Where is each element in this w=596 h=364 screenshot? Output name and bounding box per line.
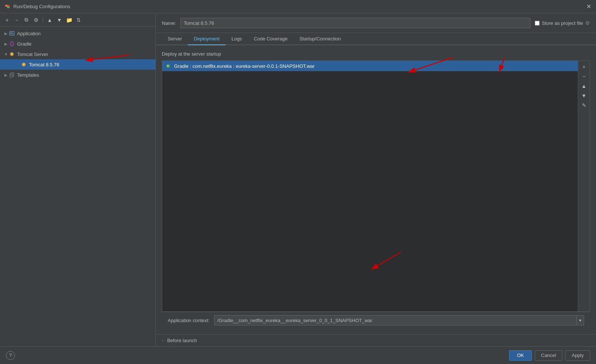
label-application: Application [17,31,41,36]
folder-button[interactable]: 📁 [65,16,73,24]
deployment-section-title: Deploy at the server startup [162,51,590,57]
before-launch-arrow: − [162,338,164,343]
store-as-project-settings-icon: ⚙ [585,20,590,26]
close-button[interactable]: ✕ [586,4,592,10]
icon-templates [9,72,15,78]
deployment-side-buttons: + − ▲ ▼ ✎ [578,61,590,311]
deployment-area: Gradle : com.netflix.eureka : eureka-ser… [162,60,590,312]
icon-application [9,30,15,36]
help-button[interactable]: ? [6,351,15,360]
settings-config-button[interactable]: ⚙ [32,16,40,24]
dialog-title: Run/Debug Configurations [13,4,586,9]
copy-config-button[interactable]: ⧉ [22,16,30,24]
ok-button[interactable]: OK [509,350,532,361]
store-as-project-checkbox[interactable] [535,21,540,26]
deployment-item-row[interactable]: Gradle : com.netflix.eureka : eureka-ser… [162,61,578,71]
bottom-left: ? [6,351,15,360]
context-input-wrapper: ▼ [214,315,584,325]
tabs: Server Deployment Logs Code Coverage Sta… [156,33,596,45]
deployment-tab-content: Deploy at the server startup Gradle : co… [156,45,596,334]
move-up-button[interactable]: ▲ [46,16,54,24]
title-bar: Run/Debug Configurations ✕ [0,0,596,13]
tab-server[interactable]: Server [162,33,188,45]
store-as-project-label: Store as project file [542,20,583,26]
svg-text:T: T [23,64,24,66]
arrow-application: ▶ [3,30,9,36]
remove-config-button[interactable]: − [13,16,21,24]
svg-rect-4 [10,32,12,33]
context-label: Application context: [168,318,210,323]
label-tomcat-8576: Tomcat 8.5.76 [29,62,59,67]
svg-text:T: T [11,53,13,56]
application-context-row: Application context: ▼ [162,312,590,328]
left-panel: + − ⧉ ⚙ ▲ ▼ 📁 ⇅ ▶ [0,13,156,346]
name-row: Name: Store as project file ⚙ [156,13,596,33]
arrow-gradle: ▶ [3,41,9,47]
left-toolbar: + − ⧉ ⚙ ▲ ▼ 📁 ⇅ [0,13,155,27]
before-launch-section[interactable]: − Before launch [156,334,596,346]
tab-logs[interactable]: Logs [226,33,248,45]
tab-code-coverage[interactable]: Code Coverage [248,33,294,45]
bottom-bar: ? OK Cancel Apply [0,346,596,364]
tree-item-templates[interactable]: ▶ Templates [0,70,155,80]
cancel-button[interactable]: Cancel [535,350,562,361]
store-as-project: Store as project file ⚙ [535,20,590,26]
apply-button[interactable]: Apply [565,350,590,361]
add-deployment-button[interactable]: + [580,62,589,71]
name-label: Name: [162,20,176,26]
name-input[interactable] [180,18,530,28]
arrow-templates: ▶ [3,72,9,78]
deployment-item-icon [165,63,171,69]
deployment-item-label: Gradle : com.netflix.eureka : eureka-ser… [174,63,315,69]
tree-item-gradle[interactable]: ▶ Gradle [0,39,155,49]
right-panel: Name: Store as project file ⚙ Server Dep… [156,13,596,346]
arrow-tomcat-server: ▼ [3,51,9,57]
remove-deployment-button[interactable]: − [580,72,589,81]
move-down-button[interactable]: ▼ [55,16,63,24]
icon-gradle [9,41,15,47]
tree-item-tomcat-server[interactable]: ▼ T Tomcat Server [0,49,155,59]
toolbar-separator-1 [43,17,43,23]
icon-tomcat-8576: T [21,62,27,67]
svg-point-2 [8,5,10,6]
tab-startup-connection[interactable]: Startup/Connection [294,33,347,45]
dialog-icon [4,4,10,10]
tree-item-application[interactable]: ▶ Application [0,28,155,39]
label-gradle: Gradle [17,41,32,47]
tree-item-tomcat-8576[interactable]: ▶ T Tomcat 8.5.76 [0,59,155,70]
move-down-deployment-button[interactable]: ▼ [580,91,589,100]
tab-deployment[interactable]: Deployment [188,33,225,45]
bottom-right: OK Cancel Apply [509,350,590,361]
edit-deployment-button[interactable]: ✎ [580,101,589,110]
context-dropdown-button[interactable]: ▼ [576,315,584,325]
icon-tomcat-server: T [9,51,15,57]
label-tomcat-server: Tomcat Server [17,52,48,57]
svg-rect-1 [7,6,10,8]
config-tree: ▶ Application ▶ [0,27,155,346]
move-up-deployment-button[interactable]: ▲ [580,82,589,90]
main-content: + − ⧉ ⚙ ▲ ▼ 📁 ⇅ ▶ [0,13,596,346]
add-config-button[interactable]: + [3,16,11,24]
before-launch-label: Before launch [167,338,197,343]
sort-button[interactable]: ⇅ [75,16,83,24]
run-debug-configurations-dialog: Run/Debug Configurations ✕ + − ⧉ ⚙ ▲ ▼ 📁… [0,0,596,364]
context-input[interactable] [215,315,576,325]
label-templates: Templates [17,72,39,78]
svg-rect-5 [10,33,13,34]
